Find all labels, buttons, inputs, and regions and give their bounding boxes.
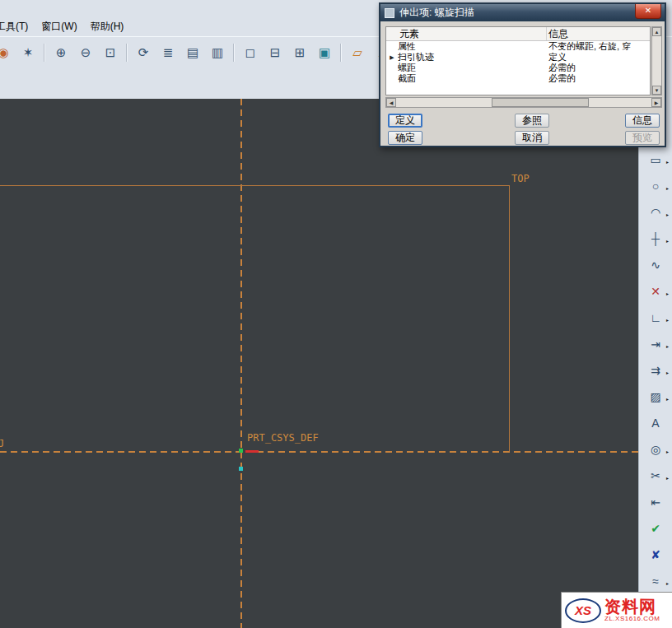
- repaint-icon[interactable]: ⟳: [132, 41, 155, 64]
- menu-tools[interactable]: 工具(T): [0, 17, 35, 36]
- table-row-trajectory[interactable]: ▶ 扫引轨迹 定义: [386, 52, 650, 63]
- flyout-caret-icon[interactable]: ▸: [666, 476, 669, 481]
- dialog-title: 伸出项: 螺旋扫描: [399, 6, 474, 20]
- saved-views-icon[interactable]: ✶: [16, 41, 40, 64]
- datum-plane-display-icon[interactable]: ▱: [346, 41, 369, 64]
- divide-icon: ⇤: [651, 495, 660, 509]
- zoom-window-icon[interactable]: ⊡: [99, 41, 122, 64]
- offset-icon: ⇉: [651, 364, 660, 377]
- element-table[interactable]: 元素 信息 属性 不变的螺距, 右旋, 穿 ▶ 扫引轨迹 定义 螺距 必需的 截…: [385, 26, 651, 95]
- element-cell: 螺距: [398, 63, 547, 73]
- column-header-info: 信息: [547, 27, 650, 40]
- text-icon: A: [651, 416, 659, 430]
- rectangle-icon: ▭: [650, 153, 660, 166]
- scroll-up-icon[interactable]: ▲: [652, 27, 661, 36]
- sketch-display-icon[interactable]: ◉: [0, 41, 15, 64]
- text-tool[interactable]: A: [641, 410, 670, 436]
- ok-button[interactable]: 确定: [388, 131, 422, 145]
- watermark-logo: XS: [565, 598, 601, 623]
- table-row-section[interactable]: 截面 必需的: [386, 73, 650, 84]
- scroll-right-icon[interactable]: ▶: [651, 98, 661, 107]
- flyout-caret-icon[interactable]: ▸: [666, 370, 669, 375]
- circle-icon: ○: [652, 179, 659, 193]
- table-row-pitch[interactable]: 螺距 必需的: [386, 63, 650, 73]
- table-row-attributes[interactable]: 属性 不变的螺距, 右旋, 穿: [386, 41, 650, 52]
- preview-button[interactable]: 预览: [625, 131, 660, 145]
- thicken-icon: ▨: [650, 390, 660, 403]
- flyout-caret-icon[interactable]: ▸: [666, 318, 669, 323]
- layers-icon[interactable]: ≣: [156, 41, 180, 64]
- circle-tool[interactable]: ○ ▸: [641, 173, 670, 199]
- menu-help[interactable]: 帮助(H): [84, 17, 131, 36]
- info-cell: 必需的: [547, 63, 650, 73]
- sketch-accept-button[interactable]: ✔: [641, 515, 670, 542]
- flyout-caret-icon[interactable]: ▸: [666, 581, 669, 586]
- arc-icon: ◠: [651, 206, 660, 219]
- x-axis-marker: [245, 450, 259, 453]
- use-edge-icon: ⇥: [651, 337, 660, 351]
- watermark-url: ZL.XS1616.COM: [604, 616, 660, 622]
- datum-centerline-horizontal: [0, 451, 638, 453]
- hidden-line-view-icon[interactable]: ⊟: [264, 41, 287, 64]
- shaded-view-icon[interactable]: ▣: [313, 41, 336, 64]
- offset-tool[interactable]: ⇉ ▸: [641, 357, 670, 384]
- element-cell: 截面: [398, 73, 547, 84]
- info-button[interactable]: 信息: [625, 114, 660, 128]
- thicken-tool[interactable]: ▨ ▸: [641, 384, 670, 410]
- csys-tool[interactable]: ∟ ▸: [641, 305, 670, 331]
- dialog-titlebar[interactable]: 伸出项: 螺旋扫描: [380, 4, 665, 21]
- spline-tool[interactable]: ∿: [641, 252, 670, 278]
- flyout-caret-icon[interactable]: ▸: [666, 186, 669, 191]
- curve-tool[interactable]: ≈ ▸: [641, 568, 670, 594]
- no-hidden-view-icon[interactable]: ⊞: [288, 41, 311, 64]
- point-icon: ✕: [651, 285, 660, 298]
- reference-button[interactable]: 参照: [515, 114, 549, 128]
- scroll-down-icon[interactable]: ▼: [652, 86, 661, 95]
- fillet-tool[interactable]: ┼ ▸: [641, 226, 670, 252]
- flyout-caret-icon[interactable]: ▸: [666, 160, 669, 165]
- cancel-button[interactable]: 取消: [515, 131, 549, 145]
- info-cell: 不变的螺距, 右旋, 穿: [547, 41, 650, 52]
- current-element-arrow-icon: ▶: [386, 52, 398, 63]
- watermark-text: 资料网 ZL.XS1616.COM: [604, 598, 660, 622]
- point-tool[interactable]: ✕ ▸: [641, 278, 670, 305]
- divide-tool[interactable]: ⇤: [641, 489, 670, 515]
- flyout-caret-icon[interactable]: ▸: [666, 212, 669, 217]
- use-edge-tool[interactable]: ⇥ ▸: [641, 331, 670, 357]
- fillet-icon: ┼: [651, 232, 660, 245]
- scroll-left-icon[interactable]: ◀: [386, 98, 396, 107]
- menu-row: 工具(T) 窗口(W) 帮助(H): [0, 16, 130, 36]
- menu-window[interactable]: 窗口(W): [35, 17, 83, 36]
- flyout-caret-icon[interactable]: ▸: [666, 344, 669, 349]
- origin-marker: [239, 449, 243, 453]
- zoom-in-icon[interactable]: ⊕: [49, 41, 72, 64]
- scrollbar-thumb[interactable]: [492, 98, 589, 107]
- flyout-caret-icon[interactable]: ▸: [666, 449, 669, 454]
- rectangle-tool[interactable]: ▭ ▸: [641, 147, 670, 173]
- flyout-caret-icon[interactable]: ▸: [666, 239, 669, 244]
- watermark: XS 资料网 ZL.XS1616.COM: [561, 592, 672, 628]
- trim-tool[interactable]: ✂ ▸: [641, 463, 670, 489]
- x-icon: ✘: [651, 548, 660, 561]
- check-icon: ✔: [651, 522, 660, 535]
- partial-plane-label: J: [0, 438, 4, 449]
- dialog-system-icon: [385, 8, 394, 18]
- zoom-out-icon[interactable]: ⊖: [74, 41, 97, 64]
- dialog-close-button[interactable]: ✕: [635, 4, 661, 19]
- csys-label: PRT_CSYS_DEF: [247, 432, 319, 444]
- flyout-caret-icon[interactable]: ▸: [666, 397, 669, 402]
- table-header-row: 元素 信息: [386, 27, 650, 41]
- datum-centerline-vertical: [240, 99, 242, 628]
- wireframe-view-icon[interactable]: ◻: [239, 41, 262, 64]
- ellipse-tool[interactable]: ◎ ▸: [641, 436, 670, 463]
- graphics-area[interactable]: TOP PRT_CSYS_DEF J: [0, 99, 638, 628]
- arc-tool[interactable]: ◠ ▸: [641, 199, 670, 226]
- table-horizontal-scrollbar[interactable]: ◀ ▶: [385, 97, 662, 108]
- layer-tree-icon[interactable]: ▤: [181, 41, 204, 64]
- ellipse-icon: ◎: [651, 443, 660, 456]
- sketch-cancel-button[interactable]: ✘: [641, 542, 670, 568]
- model-tree-icon[interactable]: ▥: [206, 41, 229, 64]
- flyout-caret-icon[interactable]: ▸: [666, 291, 669, 296]
- define-button[interactable]: 定义: [388, 114, 422, 128]
- table-vertical-scrollbar[interactable]: ▲ ▼: [651, 26, 662, 95]
